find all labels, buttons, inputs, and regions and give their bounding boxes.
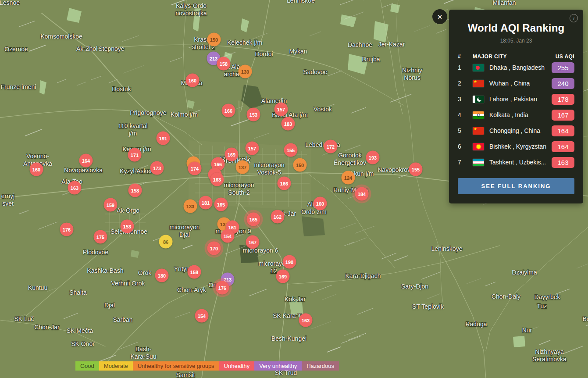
ranking-row-2[interactable]: 2Wuhan , China240 <box>458 75 574 91</box>
flag-icon-bd <box>473 64 484 71</box>
aqi-marker[interactable]: 163 <box>299 314 313 327</box>
ranking-row-7[interactable]: 7Tashkent , Uzbekis...163 <box>458 154 574 170</box>
aqi-legend: GoodModerateUnhealthy for sensitive grou… <box>75 361 339 371</box>
aqi-marker[interactable]: 190 <box>283 255 296 269</box>
ranking-row-6[interactable]: 6Bishkek , Kyrgyzstan164 <box>458 139 574 154</box>
aqi-marker[interactable]: 180 <box>155 269 169 282</box>
aqi-marker[interactable]: 184 <box>355 187 369 201</box>
world-aqi-ranking-panel: i World AQI Ranking 18:05, Jan 23 # MAJO… <box>449 10 583 203</box>
aqi-marker[interactable]: 130 <box>239 65 252 78</box>
aqi-marker[interactable]: 191 <box>157 132 170 145</box>
aqi-marker[interactable]: 174 <box>188 162 202 175</box>
ranking-timestamp: 18:05, Jan 23 <box>458 38 574 44</box>
close-icon: ✕ <box>437 14 443 20</box>
rank-number: 6 <box>458 143 473 150</box>
ranking-rows: 1Dhaka , Bangladesh2552Wuhan , China2403… <box>458 60 574 170</box>
city-name: Chongqing , China <box>489 127 552 134</box>
aqi-badge: 164 <box>552 141 574 152</box>
rank-number: 2 <box>458 80 473 87</box>
aqi-marker[interactable]: 172 <box>324 140 338 153</box>
legend-item: Unhealthy for sensitive groups <box>133 361 219 371</box>
aqi-marker[interactable]: 162 <box>271 210 285 224</box>
aqi-marker[interactable]: 165 <box>247 213 260 226</box>
aqi-marker[interactable]: 169 <box>276 270 290 283</box>
aqi-marker[interactable]: 158 <box>217 57 231 71</box>
legend-item: Very unhealthy <box>254 361 302 371</box>
legend-item: Unhealthy <box>219 361 255 371</box>
aqi-marker[interactable]: 159 <box>104 198 118 212</box>
rank-column-header: # <box>458 53 473 60</box>
aqi-marker[interactable]: 133 <box>184 200 197 213</box>
aqi-marker[interactable]: 157 <box>246 142 259 155</box>
flag-icon-in <box>473 111 484 119</box>
aqi-marker[interactable]: 158 <box>128 184 142 197</box>
aqi-badge: 255 <box>552 62 574 73</box>
aqi-marker[interactable]: 166 <box>278 177 291 190</box>
rank-number: 3 <box>458 96 473 103</box>
aqi-marker[interactable]: 155 <box>284 143 298 157</box>
city-name: Dhaka , Bangladesh <box>489 64 552 71</box>
city-name: Bishkek , Kyrgyzstan <box>489 143 552 150</box>
ranking-row-1[interactable]: 1Dhaka , Bangladesh255 <box>458 60 574 75</box>
rank-number: 5 <box>458 127 473 134</box>
aqi-marker[interactable]: 150 <box>207 33 221 46</box>
city-name: Lahore , Pakistan <box>489 96 552 103</box>
aqi-marker[interactable]: 171 <box>128 148 142 162</box>
aqi-badge: 240 <box>552 78 574 89</box>
aqi-marker[interactable]: 153 <box>121 220 134 233</box>
aqi-marker[interactable]: 157 <box>274 103 288 116</box>
aqi-marker[interactable]: 163 <box>210 173 224 186</box>
ranking-row-3[interactable]: 3Lahore , Pakistan178 <box>458 91 574 107</box>
ranking-row-5[interactable]: 5Chongqing , China164 <box>458 123 574 139</box>
rank-number: 1 <box>458 64 473 71</box>
aqi-map-app: LesnoeKalys-OrdonovostrojkaLeninskoeMila… <box>0 0 588 378</box>
aqi-marker[interactable]: 150 <box>293 158 307 172</box>
legend-item: Moderate <box>99 361 133 371</box>
aqi-badge: 178 <box>552 94 574 105</box>
city-name: Wuhan , China <box>489 80 552 87</box>
aqi-marker[interactable]: 153 <box>247 108 260 121</box>
aqi-marker[interactable]: 124 <box>342 171 355 185</box>
see-full-ranking-button[interactable]: SEE FULL RANKING <box>458 178 574 194</box>
flag-icon-kg <box>473 143 484 150</box>
aqi-marker[interactable]: 176 <box>216 281 229 295</box>
aqi-marker[interactable]: 154 <box>195 309 209 323</box>
aqi-marker[interactable]: 176 <box>60 223 74 236</box>
aqi-marker[interactable]: 86 <box>159 235 173 249</box>
aqi-column-header: US AQI <box>550 53 574 60</box>
aqi-marker[interactable]: 154 <box>221 229 235 243</box>
close-panel-button[interactable]: ✕ <box>432 9 447 24</box>
rank-number: 7 <box>458 159 473 166</box>
city-name: Tashkent , Uzbekis... <box>489 159 552 166</box>
aqi-marker[interactable]: 166 <box>222 104 235 118</box>
aqi-marker[interactable]: 169 <box>225 148 239 161</box>
info-icon[interactable]: i <box>570 14 578 22</box>
aqi-marker[interactable]: 160 <box>314 197 327 210</box>
aqi-marker[interactable]: 163 <box>68 181 82 195</box>
ranking-row-4[interactable]: 4Kolkata , India167 <box>458 107 574 123</box>
aqi-marker[interactable]: 170 <box>207 242 221 255</box>
city-column-header: MAJOR CITY <box>473 53 550 60</box>
aqi-marker[interactable]: 137 <box>236 160 249 174</box>
aqi-marker[interactable]: 165 <box>214 198 228 211</box>
flag-icon-cn <box>473 127 484 135</box>
aqi-marker[interactable]: 160 <box>30 163 43 176</box>
aqi-badge: 163 <box>552 157 574 168</box>
aqi-marker[interactable]: 164 <box>79 154 93 168</box>
aqi-marker[interactable]: 183 <box>282 117 295 131</box>
aqi-marker[interactable]: 181 <box>199 196 213 210</box>
flag-icon-cn <box>473 80 484 87</box>
flag-icon-uz <box>473 159 484 166</box>
aqi-marker[interactable]: 173 <box>150 161 164 175</box>
info-icon-glyph: i <box>573 16 574 21</box>
aqi-marker[interactable]: 155 <box>409 163 423 176</box>
aqi-marker[interactable]: 193 <box>366 151 380 164</box>
aqi-marker[interactable]: 167 <box>246 235 260 249</box>
aqi-marker[interactable]: 158 <box>188 265 201 279</box>
legend-item: Hazardous <box>302 361 339 371</box>
legend-item: Good <box>75 361 99 371</box>
aqi-marker[interactable]: 160 <box>186 74 200 87</box>
aqi-marker[interactable]: 175 <box>94 230 107 244</box>
aqi-badge: 167 <box>552 110 574 121</box>
rank-number: 4 <box>458 111 473 118</box>
